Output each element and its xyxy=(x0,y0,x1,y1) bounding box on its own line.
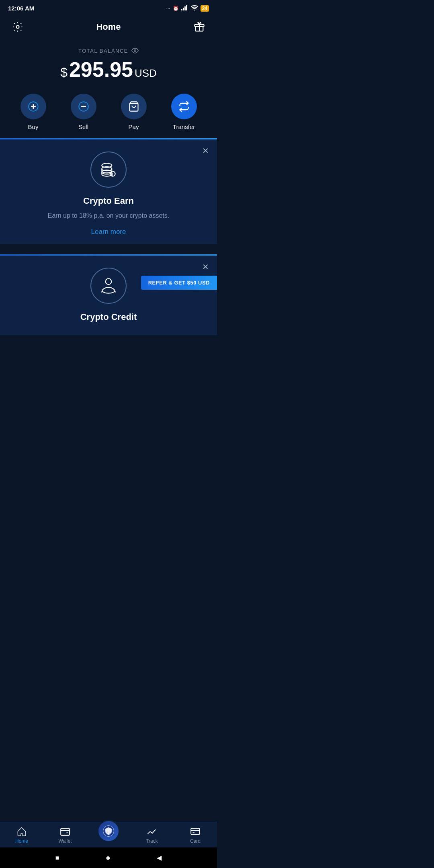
buy-icon-circle xyxy=(20,94,46,119)
crypto-credit-card: ✕ REFER & GET $50 USD Crypto Credit xyxy=(0,256,217,335)
alarm-icon: ⏰ xyxy=(173,6,179,11)
crypto-credit-title: Crypto Credit xyxy=(8,312,209,322)
status-bar: 12:06 AM ··· ⏰ 24 xyxy=(0,0,217,15)
page-title: Home xyxy=(96,22,121,32)
buy-label: Buy xyxy=(28,123,39,130)
svg-rect-1 xyxy=(183,8,184,10)
transfer-button[interactable]: Transfer xyxy=(171,94,197,130)
svg-point-9 xyxy=(134,50,136,52)
svg-rect-3 xyxy=(186,5,187,10)
balance-label: TOTAL BALANCE xyxy=(8,47,209,54)
buy-button[interactable]: Buy xyxy=(20,94,46,130)
refer-badge[interactable]: REFER & GET $50 USD xyxy=(141,276,217,290)
plus-icon xyxy=(28,101,39,112)
sell-label: Sell xyxy=(78,123,88,130)
gift-button[interactable] xyxy=(191,19,207,35)
status-time: 12:06 AM xyxy=(8,5,34,12)
header: Home xyxy=(0,15,217,43)
balance-dollar-sign: $ xyxy=(60,65,68,80)
pay-label: Pay xyxy=(129,123,139,130)
crypto-earn-card: ✕ $ Crypto Earn Earn up to 18% p.a. on y… xyxy=(0,139,217,244)
svg-rect-2 xyxy=(184,6,186,10)
transfer-icon xyxy=(178,101,190,112)
svg-point-5 xyxy=(16,26,19,29)
card-separator xyxy=(0,247,217,250)
wifi-icon xyxy=(191,5,198,12)
battery-indicator: 24 xyxy=(201,5,209,12)
crypto-credit-icon-circle xyxy=(90,268,127,304)
minus-icon xyxy=(78,101,89,112)
bag-icon xyxy=(128,101,139,112)
balance-currency: USD xyxy=(135,67,157,80)
signal-icon xyxy=(181,5,188,12)
main-content: ✕ $ Crypto Earn Earn up to 18% p.a. on y… xyxy=(0,139,217,392)
crypto-earn-learn-more[interactable]: Learn more xyxy=(8,228,209,236)
crypto-earn-close-button[interactable]: ✕ xyxy=(202,146,209,156)
transfer-label: Transfer xyxy=(173,123,195,130)
balance-number: 295.95 xyxy=(69,57,133,82)
balance-section: TOTAL BALANCE $ 295.95 USD xyxy=(0,43,217,94)
svg-point-21 xyxy=(106,278,112,285)
dots-icon: ··· xyxy=(166,6,170,11)
status-icons: ··· ⏰ 24 xyxy=(166,5,209,12)
eye-icon xyxy=(131,47,139,54)
crypto-earn-icon: $ xyxy=(98,160,119,180)
crypto-earn-description: Earn up to 18% p.a. on your crypto asset… xyxy=(8,211,209,221)
sell-icon-circle xyxy=(71,94,96,119)
svg-point-4 xyxy=(194,10,195,10)
crypto-earn-icon-circle: $ xyxy=(90,151,127,188)
pay-button[interactable]: Pay xyxy=(121,94,147,130)
action-buttons: Buy Sell Pay xyxy=(0,94,217,134)
svg-text:$: $ xyxy=(111,172,113,176)
sell-button[interactable]: Sell xyxy=(71,94,96,130)
pay-icon-circle xyxy=(121,94,147,119)
transfer-icon-circle xyxy=(171,94,197,119)
crypto-earn-title: Crypto Earn xyxy=(8,196,209,206)
crypto-credit-icon xyxy=(98,276,119,296)
balance-amount: $ 295.95 USD xyxy=(8,57,209,82)
svg-rect-0 xyxy=(181,9,182,10)
settings-button[interactable] xyxy=(10,19,26,35)
